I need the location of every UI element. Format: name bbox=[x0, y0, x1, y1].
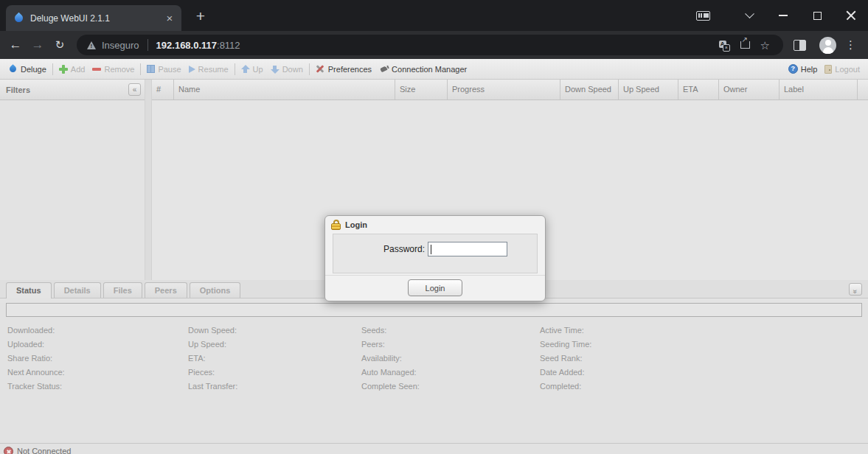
column-header-eta[interactable]: ETA bbox=[678, 80, 719, 99]
status-label: Availability: bbox=[361, 352, 540, 366]
tab-search-chevron-button[interactable] bbox=[732, 0, 766, 31]
minimize-icon bbox=[779, 15, 788, 16]
back-button[interactable]: ← bbox=[4, 38, 27, 52]
door-icon bbox=[824, 65, 832, 74]
tab-peers[interactable]: Peers bbox=[145, 282, 187, 298]
status-label: Down Speed: bbox=[188, 324, 361, 338]
login-dialog-titlebar[interactable]: Login bbox=[325, 216, 545, 231]
double-chevron-down-icon: » bbox=[850, 290, 861, 294]
side-panel-icon[interactable] bbox=[794, 40, 806, 51]
remove-torrent-button[interactable]: Remove bbox=[88, 61, 138, 77]
column-header-filler bbox=[858, 80, 868, 99]
share-icon[interactable] bbox=[740, 41, 750, 49]
login-dialog-footer: Login bbox=[325, 275, 545, 301]
status-label: Seeding Time: bbox=[540, 338, 591, 352]
status-label: Pieces: bbox=[188, 366, 361, 380]
status-label: Downloaded: bbox=[7, 324, 188, 338]
queue-up-button[interactable]: Up bbox=[237, 61, 267, 77]
status-label: Next Announce: bbox=[7, 366, 188, 380]
tab-options[interactable]: Options bbox=[190, 282, 241, 298]
tab-details[interactable]: Details bbox=[54, 282, 101, 298]
security-label[interactable]: Inseguro bbox=[102, 40, 139, 51]
bookmark-star-icon[interactable]: ☆ bbox=[760, 40, 770, 51]
pause-icon bbox=[147, 65, 155, 73]
queue-down-button[interactable]: Down bbox=[267, 61, 307, 77]
deluge-menu-button[interactable]: Deluge bbox=[4, 61, 50, 77]
new-tab-button[interactable]: + bbox=[190, 7, 211, 27]
filters-collapse-button[interactable]: « bbox=[128, 83, 141, 96]
status-label: ETA: bbox=[188, 352, 361, 366]
preferences-button[interactable]: Preferences bbox=[312, 61, 375, 77]
url-port: :8112 bbox=[217, 40, 240, 51]
resume-button[interactable]: Resume bbox=[185, 61, 232, 77]
status-label: Last Transfer: bbox=[188, 380, 361, 394]
filters-panel: Filters « bbox=[0, 80, 145, 280]
reload-button[interactable]: ↻ bbox=[49, 38, 71, 52]
status-panel: Downloaded: Uploaded: Share Ratio: Next … bbox=[0, 303, 868, 443]
maximize-button[interactable] bbox=[800, 0, 834, 31]
menu-dots-icon[interactable]: ⋮ bbox=[845, 38, 856, 52]
browser-navbar: ← → ↻ ! Inseguro 192.168.0.117 :8112 ☆ ⋮ bbox=[0, 31, 868, 59]
column-header-number[interactable]: # bbox=[152, 80, 174, 99]
close-window-button[interactable] bbox=[834, 0, 868, 31]
minimize-button[interactable] bbox=[766, 0, 800, 31]
column-header-name[interactable]: Name bbox=[174, 80, 395, 99]
status-label: Complete Seen: bbox=[361, 380, 540, 394]
minus-icon bbox=[92, 68, 101, 71]
translate-icon[interactable] bbox=[719, 41, 729, 50]
browser-tab[interactable]: Deluge WebUI 2.1.1 × bbox=[6, 5, 181, 31]
status-label: Completed: bbox=[540, 380, 591, 394]
column-header-owner[interactable]: Owner bbox=[719, 80, 780, 99]
login-button[interactable]: Login bbox=[408, 279, 462, 296]
status-label: Seed Rank: bbox=[540, 352, 591, 366]
login-form: Password: bbox=[333, 234, 538, 273]
logout-button[interactable]: Logout bbox=[821, 61, 864, 77]
password-input[interactable] bbox=[428, 242, 507, 256]
lock-icon bbox=[331, 220, 341, 230]
tab-close-icon[interactable]: × bbox=[164, 13, 176, 24]
torrent-grid-header: # Name Size Progress Down Speed Up Speed… bbox=[152, 80, 868, 100]
deluge-logo-icon bbox=[8, 64, 18, 74]
login-dialog: Login Password: Login bbox=[324, 215, 546, 301]
torrent-progress-bar bbox=[6, 303, 862, 317]
tab-preview-icon[interactable] bbox=[696, 11, 710, 21]
status-label: Up Speed: bbox=[188, 338, 361, 352]
add-torrent-button[interactable]: Add bbox=[55, 61, 89, 77]
status-label: Active Time: bbox=[540, 324, 591, 338]
status-label: Share Ratio: bbox=[7, 352, 188, 366]
not-connected-icon bbox=[4, 447, 13, 454]
plug-icon bbox=[379, 65, 389, 74]
status-label: Seeds: bbox=[361, 324, 540, 338]
login-dialog-title: Login bbox=[345, 220, 367, 229]
deluge-favicon-icon bbox=[13, 13, 25, 24]
play-icon bbox=[189, 66, 195, 73]
tab-title: Deluge WebUI 2.1.1 bbox=[30, 13, 164, 24]
column-header-label[interactable]: Label bbox=[780, 80, 858, 99]
chevron-down-icon bbox=[745, 9, 754, 18]
pause-button[interactable]: Pause bbox=[143, 61, 184, 77]
maximize-icon bbox=[813, 12, 822, 20]
connection-manager-button[interactable]: Connection Manager bbox=[375, 61, 471, 77]
deluge-toolbar: Deluge Add Remove Pause Resume Up Down bbox=[0, 59, 868, 80]
down-arrow-icon bbox=[271, 65, 280, 74]
toolbar-separator bbox=[235, 63, 235, 75]
connection-status-text: Not Connected bbox=[17, 447, 71, 454]
tab-status[interactable]: Status bbox=[6, 282, 52, 298]
column-header-up-speed[interactable]: Up Speed bbox=[619, 80, 678, 99]
toolbar-separator bbox=[309, 63, 310, 75]
detail-panel-collapse-button[interactable]: » bbox=[849, 283, 862, 296]
column-header-progress[interactable]: Progress bbox=[448, 80, 560, 99]
panel-splitter[interactable] bbox=[145, 80, 152, 280]
up-arrow-icon bbox=[241, 65, 250, 74]
tab-files[interactable]: Files bbox=[103, 282, 142, 298]
column-header-size[interactable]: Size bbox=[395, 80, 448, 99]
address-bar[interactable]: ! Inseguro 192.168.0.117 :8112 ☆ bbox=[77, 35, 783, 55]
url-host: 192.168.0.117 bbox=[156, 40, 217, 51]
status-label: Date Added: bbox=[540, 366, 591, 380]
forward-button[interactable]: → bbox=[27, 38, 49, 52]
help-button[interactable]: ? Help bbox=[785, 61, 822, 77]
column-header-down-speed[interactable]: Down Speed bbox=[560, 80, 619, 99]
filters-body bbox=[0, 100, 145, 280]
profile-avatar[interactable] bbox=[819, 37, 836, 54]
not-secure-warning-icon[interactable]: ! bbox=[87, 41, 96, 49]
